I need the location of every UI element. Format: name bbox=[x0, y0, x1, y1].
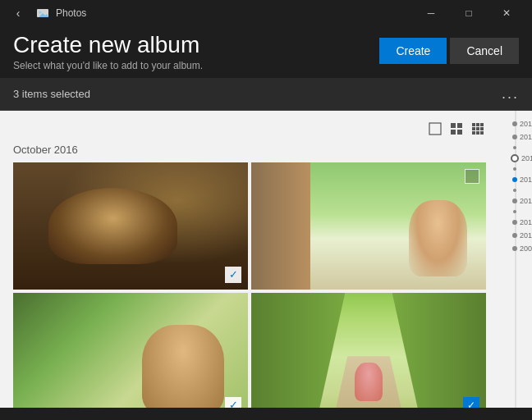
back-button[interactable]: ‹ bbox=[7, 2, 30, 25]
timeline-dot-2018 bbox=[512, 135, 517, 139]
timeline-label-2016: 2016 bbox=[520, 176, 532, 184]
header: Create new album Select what you'd like … bbox=[0, 26, 532, 78]
svg-rect-5 bbox=[457, 123, 462, 128]
photo-area: October 2016 ✓ bbox=[0, 111, 499, 408]
svg-rect-14 bbox=[472, 131, 475, 135]
close-button[interactable]: ✕ bbox=[488, 0, 525, 26]
page-title: Create new album bbox=[13, 33, 203, 58]
app-icon bbox=[34, 5, 51, 21]
create-button[interactable]: Create bbox=[379, 38, 447, 64]
timeline-label-2013: 2013 bbox=[520, 231, 532, 240]
window-controls: ─ □ ✕ bbox=[412, 0, 525, 26]
maximize-button[interactable]: □ bbox=[450, 0, 488, 26]
svg-rect-8 bbox=[472, 123, 475, 126]
checkbox-2 bbox=[465, 169, 479, 184]
svg-rect-16 bbox=[480, 131, 484, 135]
svg-rect-7 bbox=[457, 130, 462, 135]
photo-1[interactable]: ✓ bbox=[13, 162, 248, 290]
header-left: Create new album Select what you'd like … bbox=[13, 33, 203, 71]
selection-count: 3 items selected bbox=[13, 88, 502, 100]
timeline-year-dot3[interactable] bbox=[499, 189, 532, 192]
timeline-dot-small-2 bbox=[513, 167, 516, 171]
svg-rect-4 bbox=[451, 123, 456, 128]
photo-4[interactable]: ✓ bbox=[251, 293, 486, 408]
page-subtitle: Select what you'd like to add to your al… bbox=[13, 60, 203, 71]
titlebar: ‹ Photos ─ □ ✕ bbox=[0, 0, 532, 26]
timeline-dot-2015 bbox=[512, 199, 517, 203]
timeline-label-2015: 2015 bbox=[520, 197, 532, 205]
timeline-label-2018: 2018 bbox=[520, 133, 532, 141]
view-select-icon[interactable] bbox=[427, 121, 443, 137]
minimize-button[interactable]: ─ bbox=[412, 0, 450, 26]
svg-rect-3 bbox=[429, 123, 441, 135]
svg-rect-9 bbox=[476, 123, 479, 126]
timeline-dot-2000 bbox=[512, 246, 517, 251]
more-options-button[interactable]: ... bbox=[502, 85, 519, 103]
timeline-year-2018[interactable]: 2018 bbox=[499, 133, 532, 141]
timeline-year-2013[interactable]: 2013 bbox=[499, 231, 532, 240]
timeline-dot-small-1 bbox=[513, 146, 516, 149]
timeline-label-2019: 2019 bbox=[520, 120, 532, 128]
timeline-year-2000[interactable]: 2000 bbox=[499, 244, 532, 253]
timeline-dot-2016 bbox=[512, 177, 517, 182]
checkmark-4: ✓ bbox=[463, 397, 479, 408]
cancel-button[interactable]: Cancel bbox=[450, 38, 519, 64]
timeline-label-2000: 2000 bbox=[520, 244, 532, 253]
svg-rect-13 bbox=[480, 127, 484, 130]
app-name: Photos bbox=[56, 7, 412, 19]
timeline-label-2017: 2017 bbox=[521, 154, 532, 162]
photo-2[interactable] bbox=[251, 162, 486, 290]
timeline-dot-2019 bbox=[512, 121, 517, 126]
checkmark-1: ✓ bbox=[225, 267, 241, 283]
view-grid-large-icon[interactable] bbox=[470, 121, 486, 137]
timeline-year-2014[interactable]: 2014 bbox=[499, 218, 532, 226]
photo-grid: ✓ ✓ bbox=[13, 162, 486, 408]
timeline: 2019 2018 2017 2016 2015 bbox=[499, 111, 532, 408]
svg-rect-15 bbox=[476, 131, 479, 135]
section-date: October 2016 bbox=[13, 144, 486, 156]
view-toggle bbox=[13, 121, 486, 137]
timeline-year-2017[interactable]: 2017 bbox=[499, 154, 532, 162]
toolbar: 3 items selected ... bbox=[0, 78, 532, 111]
view-grid-medium-icon[interactable] bbox=[448, 121, 465, 137]
timeline-year-dot1[interactable] bbox=[499, 146, 532, 149]
timeline-dot-small-3 bbox=[513, 189, 516, 192]
timeline-year-2019[interactable]: 2019 bbox=[499, 120, 532, 128]
content-area: October 2016 ✓ bbox=[0, 111, 532, 408]
header-buttons: Create Cancel bbox=[379, 38, 519, 64]
timeline-dot-2014 bbox=[512, 220, 517, 225]
timeline-year-dot2[interactable] bbox=[499, 167, 532, 171]
svg-rect-6 bbox=[451, 130, 456, 135]
timeline-year-2015[interactable]: 2015 bbox=[499, 197, 532, 205]
svg-rect-11 bbox=[472, 127, 475, 130]
timeline-dot-small-4 bbox=[513, 210, 516, 213]
timeline-dot-2013 bbox=[512, 233, 517, 238]
checkmark-3: ✓ bbox=[225, 397, 241, 408]
timeline-label-2014: 2014 bbox=[520, 218, 532, 226]
svg-rect-12 bbox=[476, 127, 479, 130]
timeline-dot-2017 bbox=[511, 154, 519, 162]
svg-rect-10 bbox=[480, 123, 484, 126]
timeline-year-dot4[interactable] bbox=[499, 210, 532, 213]
svg-point-1 bbox=[39, 11, 42, 14]
timeline-year-2016[interactable]: 2016 bbox=[499, 176, 532, 184]
photo-3[interactable]: ✓ bbox=[13, 293, 248, 408]
